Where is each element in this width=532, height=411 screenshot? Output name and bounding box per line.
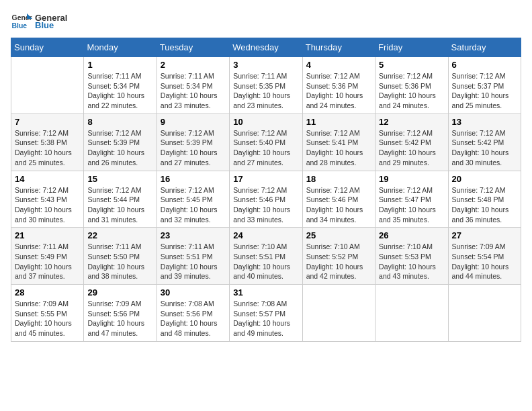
- cell-info: Sunrise: 7:12 AM Sunset: 5:37 PM Dayligh…: [452, 71, 517, 111]
- day-number: 2: [161, 60, 226, 70]
- calendar-week-row: 14Sunrise: 7:12 AM Sunset: 5:43 PM Dayli…: [11, 171, 521, 228]
- day-number: 24: [233, 230, 298, 240]
- calendar-cell: 28Sunrise: 7:09 AM Sunset: 5:55 PM Dayli…: [11, 285, 84, 342]
- calendar-cell: 18Sunrise: 7:12 AM Sunset: 5:46 PM Dayli…: [302, 171, 375, 228]
- calendar-cell: 20Sunrise: 7:12 AM Sunset: 5:48 PM Dayli…: [448, 171, 521, 228]
- cell-info: Sunrise: 7:10 AM Sunset: 5:52 PM Dayligh…: [306, 242, 371, 281]
- day-number: 3: [233, 60, 298, 70]
- calendar-cell: 3Sunrise: 7:11 AM Sunset: 5:35 PM Daylig…: [230, 57, 302, 114]
- calendar-cell: 23Sunrise: 7:11 AM Sunset: 5:51 PM Dayli…: [157, 228, 229, 285]
- calendar-cell: [11, 57, 84, 114]
- calendar-week-row: 21Sunrise: 7:11 AM Sunset: 5:49 PM Dayli…: [11, 228, 521, 285]
- cell-info: Sunrise: 7:12 AM Sunset: 5:41 PM Dayligh…: [306, 128, 371, 168]
- day-number: 25: [306, 230, 371, 240]
- logo-icon: General Blue: [11, 11, 32, 32]
- cell-info: Sunrise: 7:11 AM Sunset: 5:49 PM Dayligh…: [15, 242, 80, 281]
- day-number: 16: [161, 174, 226, 184]
- day-number: 29: [87, 287, 152, 298]
- calendar-cell: 4Sunrise: 7:12 AM Sunset: 5:36 PM Daylig…: [302, 57, 375, 114]
- cell-info: Sunrise: 7:08 AM Sunset: 5:56 PM Dayligh…: [161, 299, 226, 338]
- logo: General Blue General Blue: [11, 11, 67, 32]
- calendar-cell: 12Sunrise: 7:12 AM Sunset: 5:42 PM Dayli…: [375, 113, 448, 171]
- cell-info: Sunrise: 7:12 AM Sunset: 5:36 PM Dayligh…: [306, 71, 371, 111]
- calendar-cell: 31Sunrise: 7:08 AM Sunset: 5:57 PM Dayli…: [230, 285, 302, 342]
- day-number: 14: [15, 174, 80, 184]
- calendar-cell: 26Sunrise: 7:10 AM Sunset: 5:53 PM Dayli…: [375, 228, 448, 285]
- calendar-cell: 21Sunrise: 7:11 AM Sunset: 5:49 PM Dayli…: [11, 228, 84, 285]
- cell-info: Sunrise: 7:12 AM Sunset: 5:46 PM Dayligh…: [306, 185, 371, 225]
- calendar-cell: 7Sunrise: 7:12 AM Sunset: 5:38 PM Daylig…: [11, 113, 84, 171]
- calendar-cell: 27Sunrise: 7:09 AM Sunset: 5:54 PM Dayli…: [448, 228, 521, 285]
- calendar-cell: 5Sunrise: 7:12 AM Sunset: 5:36 PM Daylig…: [375, 57, 448, 114]
- calendar-cell: [302, 285, 375, 342]
- cell-info: Sunrise: 7:10 AM Sunset: 5:53 PM Dayligh…: [379, 242, 444, 281]
- calendar-cell: 25Sunrise: 7:10 AM Sunset: 5:52 PM Dayli…: [302, 228, 375, 285]
- cell-info: Sunrise: 7:09 AM Sunset: 5:56 PM Dayligh…: [87, 299, 152, 338]
- cell-info: Sunrise: 7:12 AM Sunset: 5:38 PM Dayligh…: [15, 128, 80, 168]
- calendar-cell: 14Sunrise: 7:12 AM Sunset: 5:43 PM Dayli…: [11, 171, 84, 228]
- calendar-week-row: 1Sunrise: 7:11 AM Sunset: 5:34 PM Daylig…: [11, 57, 521, 114]
- day-number: 18: [306, 174, 371, 184]
- cell-info: Sunrise: 7:12 AM Sunset: 5:44 PM Dayligh…: [87, 185, 152, 225]
- cell-info: Sunrise: 7:12 AM Sunset: 5:42 PM Dayligh…: [379, 128, 444, 168]
- calendar-cell: 22Sunrise: 7:11 AM Sunset: 5:50 PM Dayli…: [84, 228, 157, 285]
- day-number: 10: [233, 117, 298, 127]
- cell-info: Sunrise: 7:09 AM Sunset: 5:55 PM Dayligh…: [15, 299, 80, 338]
- calendar-cell: 29Sunrise: 7:09 AM Sunset: 5:56 PM Dayli…: [84, 285, 157, 342]
- column-header-saturday: Saturday: [448, 38, 521, 57]
- column-header-wednesday: Wednesday: [230, 38, 302, 57]
- column-header-thursday: Thursday: [302, 38, 375, 57]
- day-number: 6: [452, 60, 517, 70]
- calendar-cell: 15Sunrise: 7:12 AM Sunset: 5:44 PM Dayli…: [84, 171, 157, 228]
- day-number: 12: [379, 117, 444, 127]
- calendar-cell: 6Sunrise: 7:12 AM Sunset: 5:37 PM Daylig…: [448, 57, 521, 114]
- cell-info: Sunrise: 7:11 AM Sunset: 5:34 PM Dayligh…: [87, 71, 152, 111]
- day-number: 7: [15, 117, 80, 127]
- calendar-cell: 2Sunrise: 7:11 AM Sunset: 5:34 PM Daylig…: [157, 57, 229, 114]
- day-number: 11: [306, 117, 371, 127]
- day-number: 13: [452, 117, 517, 127]
- cell-info: Sunrise: 7:12 AM Sunset: 5:39 PM Dayligh…: [161, 128, 226, 168]
- cell-info: Sunrise: 7:12 AM Sunset: 5:47 PM Dayligh…: [379, 185, 444, 225]
- calendar-cell: [375, 285, 448, 342]
- day-number: 23: [161, 230, 226, 240]
- calendar-cell: 11Sunrise: 7:12 AM Sunset: 5:41 PM Dayli…: [302, 113, 375, 171]
- day-number: 8: [87, 117, 152, 127]
- cell-info: Sunrise: 7:11 AM Sunset: 5:51 PM Dayligh…: [161, 242, 226, 281]
- day-number: 1: [87, 60, 152, 70]
- calendar-cell: 8Sunrise: 7:12 AM Sunset: 5:39 PM Daylig…: [84, 113, 157, 171]
- cell-info: Sunrise: 7:12 AM Sunset: 5:36 PM Dayligh…: [379, 71, 444, 111]
- column-header-sunday: Sunday: [11, 38, 84, 57]
- cell-info: Sunrise: 7:12 AM Sunset: 5:39 PM Dayligh…: [87, 128, 152, 168]
- calendar-cell: 24Sunrise: 7:10 AM Sunset: 5:51 PM Dayli…: [230, 228, 302, 285]
- column-header-monday: Monday: [84, 38, 157, 57]
- calendar-cell: 19Sunrise: 7:12 AM Sunset: 5:47 PM Dayli…: [375, 171, 448, 228]
- cell-info: Sunrise: 7:12 AM Sunset: 5:40 PM Dayligh…: [233, 128, 298, 168]
- column-header-friday: Friday: [375, 38, 448, 57]
- cell-info: Sunrise: 7:12 AM Sunset: 5:46 PM Dayligh…: [233, 185, 298, 225]
- cell-info: Sunrise: 7:11 AM Sunset: 5:50 PM Dayligh…: [87, 242, 152, 281]
- day-number: 31: [233, 287, 298, 298]
- day-number: 21: [15, 230, 80, 240]
- day-number: 26: [379, 230, 444, 240]
- calendar-cell: 17Sunrise: 7:12 AM Sunset: 5:46 PM Dayli…: [230, 171, 302, 228]
- cell-info: Sunrise: 7:12 AM Sunset: 5:48 PM Dayligh…: [452, 185, 517, 225]
- calendar-header-row: SundayMondayTuesdayWednesdayThursdayFrid…: [11, 38, 521, 57]
- calendar-cell: 10Sunrise: 7:12 AM Sunset: 5:40 PM Dayli…: [230, 113, 302, 171]
- column-header-tuesday: Tuesday: [157, 38, 229, 57]
- day-number: 19: [379, 174, 444, 184]
- day-number: 5: [379, 60, 444, 70]
- day-number: 20: [452, 174, 517, 184]
- cell-info: Sunrise: 7:11 AM Sunset: 5:34 PM Dayligh…: [161, 71, 226, 111]
- cell-info: Sunrise: 7:12 AM Sunset: 5:42 PM Dayligh…: [452, 128, 517, 168]
- day-number: 28: [15, 287, 80, 298]
- calendar-cell: 30Sunrise: 7:08 AM Sunset: 5:56 PM Dayli…: [157, 285, 229, 342]
- calendar-cell: 9Sunrise: 7:12 AM Sunset: 5:39 PM Daylig…: [157, 113, 229, 171]
- calendar-cell: [448, 285, 521, 342]
- day-number: 30: [161, 287, 226, 298]
- day-number: 4: [306, 60, 371, 70]
- cell-info: Sunrise: 7:10 AM Sunset: 5:51 PM Dayligh…: [233, 242, 298, 281]
- calendar-cell: 16Sunrise: 7:12 AM Sunset: 5:45 PM Dayli…: [157, 171, 229, 228]
- svg-text:Blue: Blue: [12, 22, 28, 30]
- calendar-week-row: 7Sunrise: 7:12 AM Sunset: 5:38 PM Daylig…: [11, 113, 521, 171]
